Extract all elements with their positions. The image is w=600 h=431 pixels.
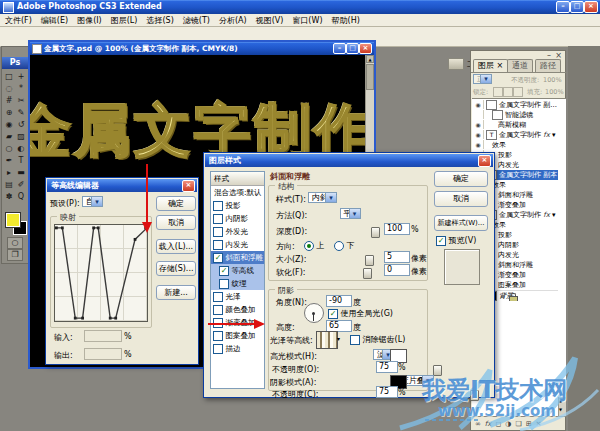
- preset-combobox[interactable]: 自定▾: [82, 196, 103, 207]
- layer-row-smart-filters[interactable]: 智能滤镜: [473, 110, 558, 120]
- magic-wand-tool-icon[interactable]: *: [15, 83, 27, 95]
- contour-load-button[interactable]: 载入(L)...: [156, 239, 196, 254]
- bevel-style-combobox[interactable]: 内斜面▾: [308, 192, 337, 203]
- notes-tool-icon[interactable]: ▤: [3, 179, 15, 191]
- preview-checkbox[interactable]: ✓: [436, 236, 446, 246]
- color-overlay-checkbox[interactable]: [213, 305, 223, 315]
- menu-analysis[interactable]: 分析(A): [219, 15, 247, 26]
- contour-new-button[interactable]: 新建...: [156, 285, 196, 300]
- gradient-tool-icon[interactable]: ▨: [15, 131, 27, 143]
- path-select-tool-icon[interactable]: ▸: [3, 167, 15, 179]
- inner-shadow-checkbox[interactable]: [213, 214, 223, 224]
- gloss-contour-arrow-icon[interactable]: ▾: [337, 335, 340, 342]
- close-button[interactable]: ×: [584, 1, 598, 13]
- menu-view[interactable]: 视图(V): [256, 15, 284, 26]
- effect-row-effects[interactable]: ◉效果: [473, 140, 558, 150]
- shadow-opacity-field[interactable]: 75: [376, 386, 398, 398]
- style-item-outer-glow[interactable]: 外发光: [211, 225, 264, 238]
- antialias-checkbox-row[interactable]: 消除锯齿(L): [350, 334, 405, 345]
- drop-shadow-checkbox[interactable]: [213, 201, 223, 211]
- layer-style-cancel-button[interactable]: 取消: [434, 191, 488, 207]
- radio-up-icon[interactable]: [304, 241, 314, 251]
- pattern-overlay-checkbox[interactable]: [213, 331, 223, 341]
- inner-glow-checkbox[interactable]: [213, 240, 223, 250]
- contour-close-button[interactable]: ×: [182, 180, 195, 192]
- input-field[interactable]: [84, 330, 122, 342]
- contour-save-button[interactable]: 存储(S)...: [156, 261, 196, 276]
- style-item-texture[interactable]: 纹理: [211, 277, 264, 290]
- style-item-pattern-overlay[interactable]: 图案叠加: [211, 329, 264, 342]
- contour-checkbox[interactable]: ✓: [219, 266, 229, 276]
- blur-tool-icon[interactable]: ○: [3, 143, 15, 155]
- style-item-bevel-emboss[interactable]: ✓ 斜面和浮雕: [211, 251, 264, 264]
- shape-tool-icon[interactable]: ▬: [15, 167, 27, 179]
- new-group-icon[interactable]: ❏: [515, 420, 521, 428]
- hand-tool-icon[interactable]: ✽: [3, 191, 15, 203]
- layer-style-title-bar[interactable]: 图层样式 ×: [205, 154, 493, 167]
- opacity-value[interactable]: 100%: [543, 76, 562, 84]
- doc-maximize-button[interactable]: □: [346, 43, 359, 54]
- history-brush-tool-icon[interactable]: ↺: [15, 119, 27, 131]
- foreground-color-swatch[interactable]: [6, 213, 20, 227]
- menu-window[interactable]: 窗口(W): [292, 15, 322, 26]
- output-field[interactable]: [84, 348, 122, 360]
- tab-layers[interactable]: 图层 ×: [473, 59, 508, 72]
- satin-checkbox[interactable]: [213, 292, 223, 302]
- layer-style-ok-button[interactable]: 确定: [434, 171, 488, 187]
- direction-down-radio[interactable]: 下: [334, 240, 355, 251]
- fill-value[interactable]: 100%: [545, 88, 564, 96]
- style-item-drop-shadow[interactable]: 投影: [211, 199, 264, 212]
- layer-style-icon[interactable]: fx: [485, 420, 492, 428]
- shadow-opacity-thumb[interactable]: [470, 390, 479, 401]
- global-light-checkbox-row[interactable]: ✓ 使用全局光(G): [328, 308, 393, 319]
- layer-row-text-layer[interactable]: ◉T金属文字制作 fx ▾: [473, 130, 558, 140]
- depth-field[interactable]: 100: [384, 223, 410, 235]
- preview-checkbox-row[interactable]: ✓ 预览(V): [436, 235, 476, 246]
- style-item-contour[interactable]: ✓ 等高线: [211, 264, 264, 277]
- new-layer-icon[interactable]: ⊞: [526, 420, 532, 428]
- tab-channels[interactable]: 通道: [507, 59, 533, 72]
- bevel-emboss-checkbox[interactable]: ✓: [213, 253, 223, 263]
- size-slider-thumb[interactable]: [365, 255, 374, 266]
- clone-stamp-tool-icon[interactable]: ◉: [3, 119, 15, 131]
- slice-tool-icon[interactable]: ✂: [15, 95, 27, 107]
- type-tool-icon[interactable]: T: [15, 155, 27, 167]
- link-layers-icon[interactable]: ∞: [475, 420, 481, 428]
- move-tool-icon[interactable]: +: [15, 71, 27, 83]
- brush-tool-icon[interactable]: ✎: [15, 107, 27, 119]
- zoom-tool-icon[interactable]: Q: [15, 191, 27, 203]
- style-item-inner-shadow[interactable]: 内阴影: [211, 212, 264, 225]
- menu-filter[interactable]: 滤镜(T): [183, 15, 210, 26]
- lock-pixels-icon[interactable]: [503, 87, 513, 97]
- pen-tool-icon[interactable]: ✒: [3, 155, 15, 167]
- gloss-contour-thumbnail[interactable]: [316, 331, 338, 349]
- crop-tool-icon[interactable]: #: [3, 95, 15, 107]
- highlight-opacity-field[interactable]: 75: [376, 361, 398, 373]
- menu-file[interactable]: 文件(F): [5, 15, 32, 26]
- style-item-satin[interactable]: 光泽: [211, 290, 264, 303]
- antialias-checkbox[interactable]: [350, 335, 360, 345]
- menu-layer[interactable]: 图层(L): [111, 15, 138, 26]
- menu-select[interactable]: 选择(S): [146, 15, 173, 26]
- delete-layer-icon[interactable]: ✕: [536, 420, 542, 428]
- expand-arrow-icon[interactable]: ▾: [552, 211, 556, 219]
- outer-glow-checkbox[interactable]: [213, 227, 223, 237]
- new-style-button[interactable]: 新建样式(W)...: [434, 215, 488, 231]
- dodge-tool-icon[interactable]: ◐: [15, 143, 27, 155]
- gradient-overlay-checkbox[interactable]: [213, 318, 223, 328]
- marquee-tool-icon[interactable]: □: [3, 71, 15, 83]
- eraser-tool-icon[interactable]: ▰: [3, 131, 15, 143]
- soften-slider-thumb[interactable]: [363, 268, 372, 279]
- expand-arrow-icon[interactable]: ▾: [552, 131, 556, 139]
- menu-help[interactable]: 帮助(H): [332, 15, 360, 26]
- style-item-stroke[interactable]: 描边: [211, 342, 264, 355]
- tab-paths[interactable]: 路径: [535, 59, 561, 72]
- menu-image[interactable]: 图像(I): [77, 15, 102, 26]
- angle-dial[interactable]: [304, 303, 324, 323]
- layer-row-smart-object[interactable]: ◉金属文字制作 副... ◉: [473, 100, 558, 110]
- texture-checkbox[interactable]: [219, 279, 229, 289]
- radio-down-icon[interactable]: [334, 241, 344, 251]
- maximize-button[interactable]: □: [570, 1, 584, 13]
- adjustment-layer-icon[interactable]: ◑: [505, 420, 511, 428]
- style-item-blending-options[interactable]: 混合选项:默认: [211, 186, 264, 199]
